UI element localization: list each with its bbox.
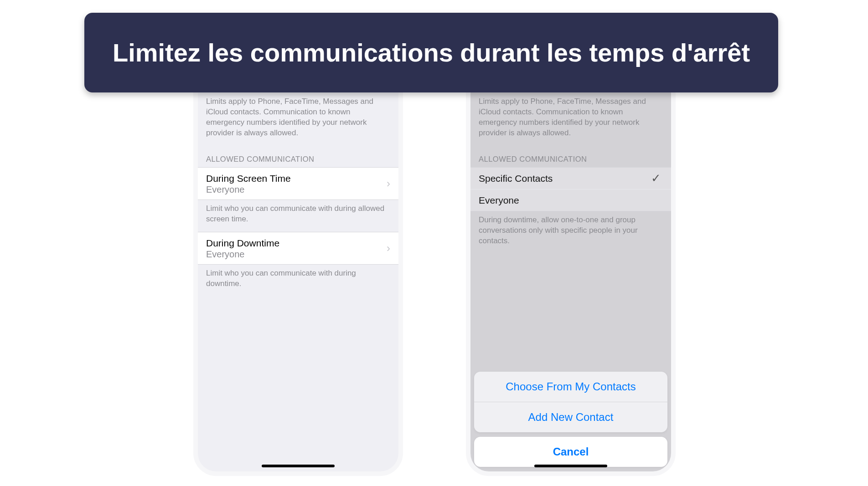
footnote-downtime-options: During downtime, allow one-to-one and gr… [470,211,671,254]
option-title: Specific Contacts [479,172,663,184]
cell-subtitle: Everyone [206,184,390,195]
cell-during-downtime[interactable]: During Downtime Everyone › [198,232,398,264]
section-header-allowed: ALLOWED COMMUNICATION [470,146,671,167]
banner-title: Limitez les communications durant les te… [113,37,750,68]
home-indicator[interactable] [534,465,607,467]
limits-description: Limits apply to Phone, FaceTime, Message… [198,94,398,146]
title-banner: Limitez les communications durant les te… [84,13,778,92]
action-sheet-group: Choose From My Contacts Add New Contact [474,372,667,432]
cell-group-screen-time: During Screen Time Everyone › [198,167,398,200]
cell-during-screen-time[interactable]: During Screen Time Everyone › [198,168,398,200]
communication-limits-screen: Limits apply to Phone, FaceTime, Message… [198,91,398,297]
cell-group-downtime: During Downtime Everyone › [198,232,398,265]
phone-right: Limits apply to Phone, FaceTime, Message… [470,91,671,471]
action-choose-from-contacts[interactable]: Choose From My Contacts [474,372,667,402]
cell-title: During Screen Time [206,172,390,184]
action-sheet: Choose From My Contacts Add New Contact … [470,372,671,471]
cell-group-options: Specific Contacts ✓ Everyone [470,167,671,212]
option-title: Everyone [479,194,663,206]
cell-title: During Downtime [206,237,390,249]
cell-subtitle: Everyone [206,249,390,260]
chevron-right-icon: › [387,177,390,190]
footnote-downtime: Limit who you can communicate with durin… [198,265,398,297]
home-indicator[interactable] [262,465,335,467]
checkmark-icon: ✓ [651,171,661,185]
chevron-right-icon: › [387,242,390,255]
phone-left: Limits apply to Phone, FaceTime, Message… [198,91,398,471]
section-header-allowed: ALLOWED COMMUNICATION [198,146,398,167]
limits-description: Limits apply to Phone, FaceTime, Message… [470,94,671,146]
action-cancel[interactable]: Cancel [474,437,667,467]
option-specific-contacts[interactable]: Specific Contacts ✓ [470,168,671,189]
option-everyone[interactable]: Everyone [470,189,671,211]
downtime-options-screen: Limits apply to Phone, FaceTime, Message… [470,91,671,254]
action-add-new-contact[interactable]: Add New Contact [474,402,667,432]
footnote-screen-time: Limit who you can communicate with durin… [198,200,398,232]
